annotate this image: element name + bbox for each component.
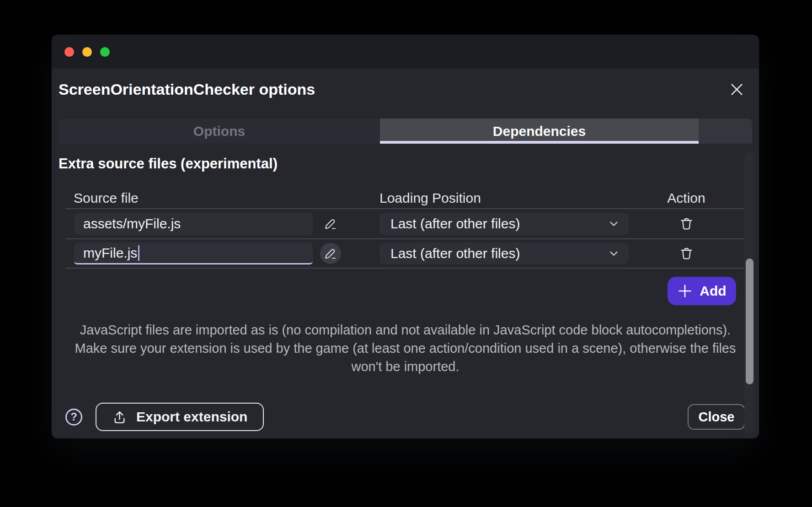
tab-options-label: Options <box>193 124 245 139</box>
loading-position-value: Last (after other files) <box>390 216 520 232</box>
add-button-label: Add <box>700 283 726 299</box>
close-button-label: Close <box>699 410 735 425</box>
dialog-header: ScreenOrientationChecker options <box>52 69 759 110</box>
column-header-action: Action <box>629 190 744 206</box>
tab-bar-spacer <box>699 119 752 144</box>
table-row: assets/myFile.js Last (after other files… <box>65 208 744 238</box>
add-row: Add <box>52 277 736 305</box>
dialog-footer: ? Export extension Close <box>52 403 759 431</box>
upload-icon <box>112 410 127 425</box>
loading-position-select[interactable]: Last (after other files) <box>379 243 629 264</box>
delete-trash-icon[interactable] <box>679 246 694 261</box>
help-icon[interactable]: ? <box>65 409 82 426</box>
traffic-light-zoom[interactable] <box>100 47 110 57</box>
plus-icon <box>677 283 693 299</box>
chevron-down-icon <box>610 251 618 256</box>
tab-dependencies[interactable]: Dependencies <box>380 119 699 144</box>
tab-options[interactable]: Options <box>59 119 380 144</box>
tab-bar: Options Dependencies <box>59 119 752 144</box>
edit-pen-icon[interactable] <box>324 217 337 231</box>
window-titlebar <box>52 35 759 69</box>
loading-position-select[interactable]: Last (after other files) <box>379 213 629 235</box>
table-header-row: Source file Loading Position Action <box>65 188 744 208</box>
source-file-input[interactable]: myFile.js <box>74 243 313 264</box>
add-button[interactable]: Add <box>668 277 736 305</box>
loading-position-value: Last (after other files) <box>390 246 520 261</box>
export-extension-label: Export extension <box>136 409 247 425</box>
edit-pen-icon[interactable] <box>320 243 341 264</box>
close-icon[interactable] <box>729 81 744 97</box>
traffic-light-minimize[interactable] <box>82 47 92 57</box>
table-row: myFile.js Last (after other files) <box>65 238 744 269</box>
options-dialog: ScreenOrientationChecker options Options… <box>52 35 759 438</box>
chevron-down-icon <box>610 221 618 227</box>
column-header-source-file: Source file <box>65 190 315 206</box>
help-icon-glyph: ? <box>70 410 77 423</box>
dialog-title: ScreenOrientationChecker options <box>59 81 315 98</box>
export-extension-button[interactable]: Export extension <box>96 403 264 431</box>
source-file-value: assets/myFile.js <box>83 216 181 232</box>
extra-source-files-table: Source file Loading Position Action asse… <box>65 188 744 269</box>
source-file-input[interactable]: assets/myFile.js <box>74 213 313 235</box>
scrollbar-thumb[interactable] <box>746 259 753 384</box>
delete-trash-icon[interactable] <box>679 216 694 232</box>
tab-dependencies-label: Dependencies <box>493 124 586 139</box>
traffic-light-close[interactable] <box>64 47 74 57</box>
section-heading: Extra source files (experimental) <box>59 156 752 172</box>
column-header-loading-position: Loading Position <box>347 190 629 206</box>
source-file-value: myFile.js <box>83 245 137 261</box>
note-text: JavaScript files are imported as is (no … <box>67 321 744 376</box>
close-button[interactable]: Close <box>688 404 745 430</box>
text-caret <box>138 245 139 261</box>
